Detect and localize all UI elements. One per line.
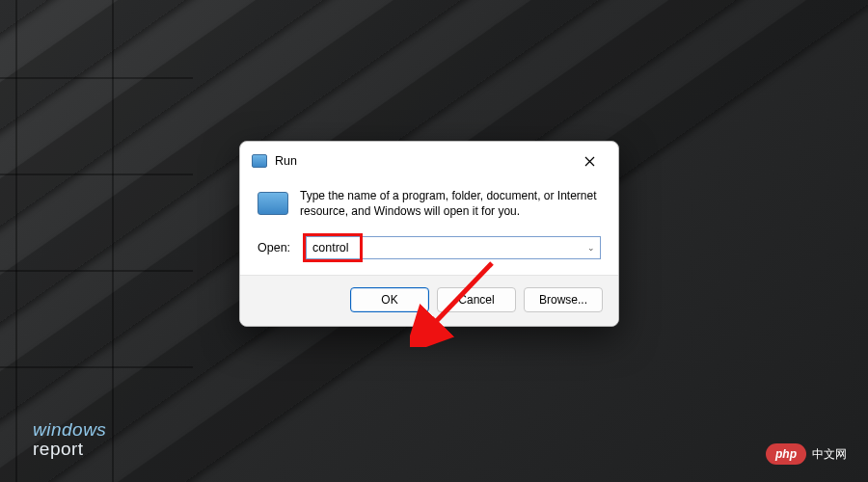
php-pill: php xyxy=(766,443,806,465)
php-cn-text: 中文网 xyxy=(812,446,847,463)
run-dialog: Run Type the name of a program, folder, … xyxy=(239,141,619,327)
close-button[interactable] xyxy=(572,149,607,173)
dialog-body: Type the name of a program, folder, docu… xyxy=(240,178,618,275)
browse-button[interactable]: Browse... xyxy=(524,287,603,312)
wr-line1: windows xyxy=(33,420,106,440)
close-icon xyxy=(584,156,595,167)
php-cn-badge: php 中文网 xyxy=(766,443,847,465)
windows-report-logo: windows report xyxy=(33,420,106,459)
open-label: Open: xyxy=(258,241,296,254)
run-system-icon xyxy=(252,154,267,168)
wr-line2: report xyxy=(33,440,106,459)
button-bar: OK Cancel Browse... xyxy=(240,275,618,326)
dialog-description: Type the name of a program, folder, docu… xyxy=(300,188,601,219)
open-combobox[interactable]: ⌄ xyxy=(306,236,601,259)
run-app-icon xyxy=(258,192,288,215)
ok-button[interactable]: OK xyxy=(350,287,429,312)
dialog-title: Run xyxy=(275,154,572,168)
open-input[interactable] xyxy=(306,236,601,259)
cancel-button[interactable]: Cancel xyxy=(437,287,516,312)
titlebar[interactable]: Run xyxy=(240,142,618,178)
